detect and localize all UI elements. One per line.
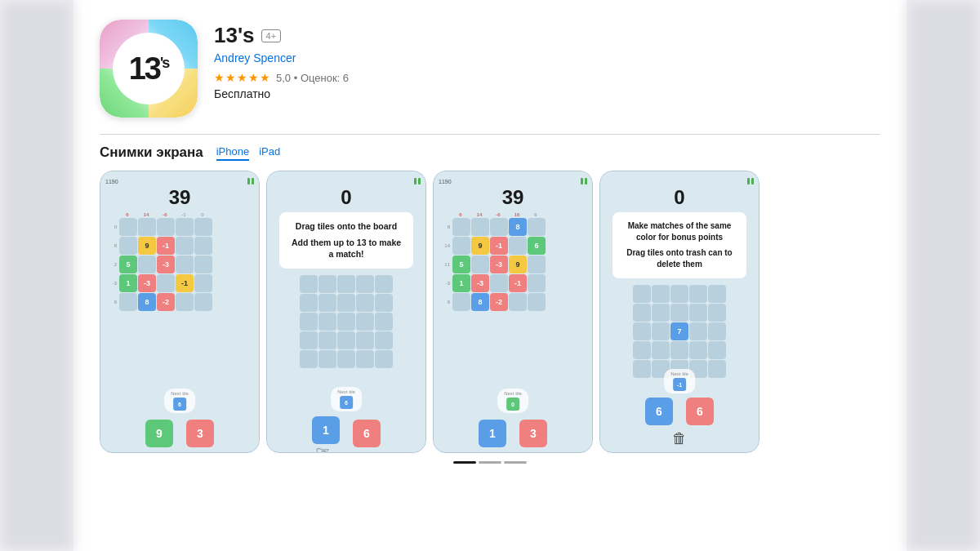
screenshots-header: Снимки экрана iPhone iPad (100, 144, 880, 161)
tile-3-pink-3[interactable]: 3 (519, 420, 547, 447)
pause-icon-2 (414, 178, 421, 184)
tile-1-blue-3[interactable]: 1 (479, 420, 506, 447)
tile-9-green[interactable]: 9 (145, 420, 173, 447)
screen1-counter: 1190 (105, 179, 118, 184)
app-icon-text: 13's (129, 51, 169, 87)
left-blur-panel (0, 0, 74, 551)
device-tabs: iPhone iPad (216, 145, 281, 161)
star-rating: ★★★★★ (214, 71, 271, 84)
tile-6-pink-4[interactable]: 6 (686, 398, 714, 425)
rating-score: 5,0 • Оценок: 6 (276, 72, 349, 84)
pause-icon-3 (581, 178, 587, 184)
app-header: 13's 13's 4+ Andrey Spencer ★★★★★ 5,0 • … (100, 20, 880, 118)
hand-cursor: ☞ (315, 442, 330, 453)
screenshot-2: 0 Drag tiles onto the board Add them up … (266, 171, 426, 453)
screenshots-title: Снимки экрана (100, 144, 203, 161)
tutorial-text-4: Drag tiles onto trash can to delete them (624, 247, 735, 270)
pause-icon-1 (247, 178, 254, 184)
tutorial-text-3: Make matches of the same color for bonus… (624, 220, 735, 243)
trash-icon[interactable]: 🗑 (672, 430, 687, 447)
app-info: 13's 4+ Andrey Spencer ★★★★★ 5,0 • Оцено… (214, 20, 349, 100)
scroll-indicator-3 (504, 461, 527, 464)
screen2-score: 0 (341, 186, 351, 209)
section-divider (100, 134, 880, 135)
screenshot-1: 1190 39 6 14 -6 (100, 171, 260, 453)
app-name: 13's (214, 23, 255, 48)
tab-iphone[interactable]: iPhone (216, 145, 249, 161)
page-background: 13's 13's 4+ Andrey Spencer ★★★★★ 5,0 • … (0, 0, 980, 551)
age-badge: 4+ (261, 29, 282, 42)
screen3-score: 39 (502, 186, 524, 209)
scroll-indicator-2 (479, 461, 501, 464)
tile-1-blue-dragging[interactable]: 1 (312, 416, 340, 444)
main-content: 13's 13's 4+ Andrey Spencer ★★★★★ 5,0 • … (74, 0, 906, 551)
scroll-indicator-1 (453, 461, 476, 464)
screenshot-4: 0 Make matches of the same color for bon… (599, 171, 760, 453)
rating-row: ★★★★★ 5,0 • Оценок: 6 (214, 71, 349, 84)
screenshots-section: Снимки экрана iPhone iPad 1190 (100, 144, 880, 464)
tile-6-blue-4[interactable]: 6 (645, 398, 673, 425)
screen1-score: 39 (169, 186, 191, 209)
tile-3-pink[interactable]: 3 (186, 420, 214, 447)
screenshot-3: 1190 39 6 14 -6 16 (433, 171, 593, 453)
screen3-counter: 1190 (439, 179, 452, 184)
app-icon: 13's (100, 20, 198, 118)
developer-link[interactable]: Andrey Spencer (214, 51, 349, 64)
tab-ipad[interactable]: iPad (259, 145, 280, 161)
screen4-score: 0 (674, 186, 684, 209)
pause-icon-4 (747, 178, 754, 184)
screenshots-scroll[interactable]: 1190 39 6 14 -6 (100, 171, 880, 453)
right-blur-panel (906, 0, 980, 551)
price-label: Бесплатно (214, 87, 349, 100)
tutorial-text-1: Drag tiles onto the board (291, 220, 402, 233)
tile-6-pink[interactable]: 6 (353, 420, 381, 447)
tutorial-text-2: Add them up to 13 to make a match! (291, 237, 402, 260)
